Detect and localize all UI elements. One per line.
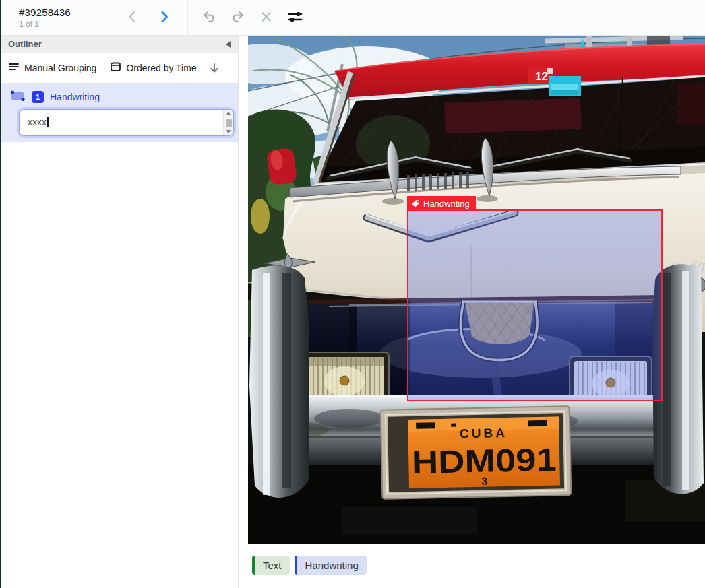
sort-direction-button[interactable] (209, 62, 220, 74)
collapse-panel-icon[interactable] (226, 41, 231, 48)
undo-icon (202, 9, 216, 26)
labels-bar: Text Handwriting (252, 556, 705, 575)
annotation-main: 12 (239, 36, 705, 588)
task-pagination: 1 of 1 (19, 20, 119, 29)
outliner-title: Outliner (8, 39, 42, 49)
window-icon (110, 61, 121, 74)
license-plate: CUBA HDM091 3 (381, 406, 572, 499)
text-caret (47, 117, 49, 127)
tag-icon (411, 199, 420, 208)
rectangle-region-icon (9, 90, 26, 104)
task-info: #39258436 1 of 1 (19, 7, 119, 29)
bounding-box-label: Handwriting (423, 199, 470, 209)
bounding-box-tag: Handwriting (407, 196, 476, 211)
plate-number: HDM091 (411, 442, 557, 480)
label-button-text-caption: Text (263, 560, 282, 571)
scroll-down-icon[interactable] (226, 130, 231, 133)
window-edge (0, 0, 1, 588)
next-task-button[interactable] (156, 9, 171, 26)
plate-class: 3 (481, 476, 487, 487)
region-text-value: xxxx (20, 110, 223, 135)
label-button-handwriting-caption: Handwriting (305, 560, 359, 571)
outliner-header: Outliner (0, 36, 238, 53)
input-scrollbar[interactable] (223, 110, 233, 135)
region-index-badge: 1 (32, 91, 44, 103)
settings-button[interactable] (286, 9, 305, 26)
region-label: Handwriting (50, 92, 100, 102)
outliner-panel: Outliner Manual Grouping Ordered by Time (0, 36, 239, 588)
chevron-right-icon (158, 11, 170, 25)
bounding-box-handwriting[interactable]: Handwriting (407, 209, 663, 401)
label-button-handwriting[interactable]: Handwriting (295, 556, 367, 575)
topbar: #39258436 1 of 1 (0, 0, 705, 36)
redo-icon (231, 9, 245, 26)
region-text-input[interactable]: xxxx (19, 109, 234, 136)
label-button-text[interactable]: Text (252, 556, 290, 575)
workspace: Outliner Manual Grouping Ordered by Time (0, 36, 705, 588)
red-spotlight (266, 147, 298, 185)
grouping-mode-label: Manual Grouping (24, 63, 96, 73)
topbar-divider (187, 0, 188, 35)
task-navigation (125, 9, 171, 26)
plate-country: CUBA (460, 426, 508, 440)
ordering-mode-label: Ordered by Time (126, 63, 196, 73)
scroll-up-icon[interactable] (226, 112, 231, 115)
sticker-number: 12 (535, 70, 548, 83)
reset-button[interactable] (258, 9, 274, 27)
prev-task-button[interactable] (125, 9, 140, 26)
ordering-mode-button[interactable]: Ordered by Time (110, 61, 196, 74)
task-id: #39258436 (19, 7, 119, 18)
annotation-tools (200, 8, 305, 28)
close-icon (259, 10, 273, 26)
scrollbar-thumb[interactable] (226, 119, 232, 127)
sliders-icon (287, 11, 303, 25)
bumper-guard-left (249, 265, 309, 498)
grouping-mode-button[interactable]: Manual Grouping (8, 61, 96, 74)
undo-button[interactable] (200, 8, 218, 28)
outliner-toolbar: Manual Grouping Ordered by Time (0, 53, 238, 83)
chevron-left-icon (127, 11, 139, 25)
region-list-item-selected: 1 Handwriting xxxx (0, 83, 238, 142)
redo-button[interactable] (229, 8, 247, 28)
region-row[interactable]: 1 Handwriting (0, 87, 238, 107)
group-list-icon (8, 61, 20, 74)
task-image[interactable]: 12 (248, 36, 705, 544)
